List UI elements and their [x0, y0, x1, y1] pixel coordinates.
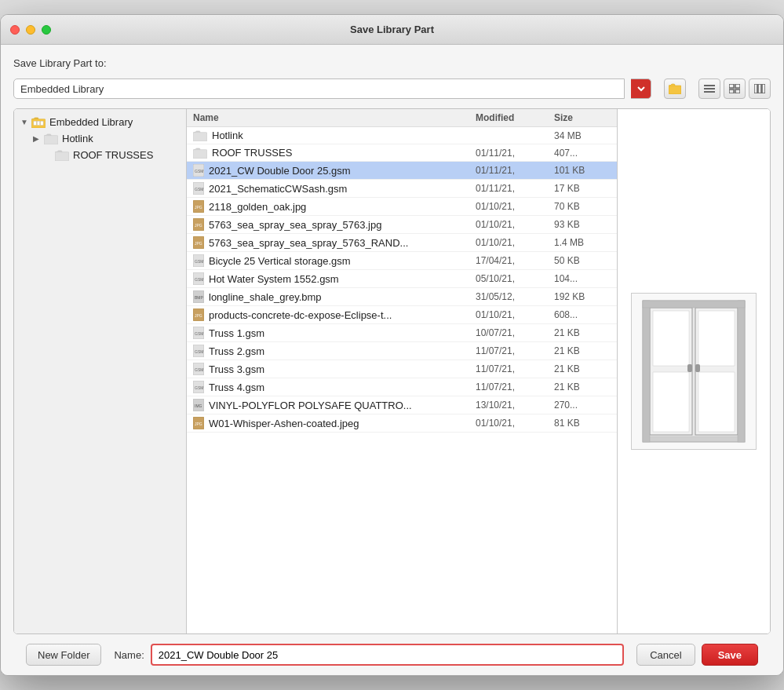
- file-row[interactable]: GSM Truss 2.gsm 11/07/21, 21 KB: [187, 342, 617, 360]
- file-modified: 01/10/21,: [476, 237, 554, 248]
- file-row[interactable]: IMG VINYL-POLYFLOR POLYSAFE QUATTRO... 1…: [187, 396, 617, 414]
- location-select[interactable]: Embedded Library: [13, 78, 625, 99]
- cancel-button[interactable]: Cancel: [636, 644, 695, 666]
- close-button[interactable]: [10, 25, 20, 35]
- file-row[interactable]: ROOF TRUSSES 01/11/21, 407...: [187, 144, 617, 162]
- svg-rect-18: [193, 149, 207, 158]
- jpg-file-icon: JPG: [193, 218, 204, 231]
- svg-rect-13: [37, 121, 40, 125]
- file-modified: 01/10/21,: [476, 201, 554, 212]
- file-row-selected[interactable]: GSM 2021_CW Double Door 25.gsm 01/11/21,…: [187, 162, 617, 180]
- svg-rect-7: [735, 89, 740, 93]
- file-row[interactable]: JPG 2118_golden_oak.jpg 01/10/21, 70 KB: [187, 198, 617, 216]
- file-size: 192 KB: [554, 291, 617, 302]
- svg-rect-17: [193, 132, 207, 141]
- file-row[interactable]: GSM Bicycle 25 Vertical storage.gsm 17/0…: [187, 252, 617, 270]
- file-row[interactable]: Hotlink 34 MB: [187, 127, 617, 144]
- file-row[interactable]: GSM Hot Water System 1552.gsm 05/10/21, …: [187, 270, 617, 288]
- svg-text:JPG: JPG: [195, 422, 202, 426]
- file-size: 21 KB: [554, 345, 617, 356]
- file-modified: 17/04/21,: [476, 255, 554, 266]
- file-name: W01-Whisper-Ashen-coated.jpeg: [209, 418, 359, 429]
- preview-panel: [617, 109, 770, 633]
- svg-text:GSM: GSM: [195, 385, 203, 390]
- svg-rect-53: [653, 311, 689, 366]
- list-view-button[interactable]: [698, 78, 720, 99]
- file-name: Bicycle 25 Vertical storage.gsm: [209, 255, 351, 267]
- file-list[interactable]: Name Modified Size Hotlink 34 MB: [187, 109, 617, 633]
- file-row[interactable]: JPG products-concrete-dc-expose-Eclipse-…: [187, 306, 617, 324]
- svg-rect-56: [698, 372, 735, 432]
- file-size: 21 KB: [554, 327, 617, 338]
- sidebar-item-roof-trusses[interactable]: ROOF TRUSSES: [14, 147, 186, 163]
- file-name: Truss 1.gsm: [209, 327, 264, 339]
- col-header-name: Name: [187, 112, 476, 123]
- svg-rect-55: [698, 311, 735, 366]
- file-name: Truss 2.gsm: [209, 345, 264, 357]
- location-dropdown-button[interactable]: [631, 78, 651, 99]
- file-size: 93 KB: [554, 219, 617, 230]
- file-size: 608...: [554, 309, 617, 320]
- save-button[interactable]: Save: [702, 644, 758, 666]
- file-row[interactable]: JPG 5763_sea_spray_sea_spray_5763_RAND..…: [187, 234, 617, 252]
- svg-text:GSM: GSM: [195, 187, 203, 192]
- file-size: 21 KB: [554, 363, 617, 374]
- new-folder-button[interactable]: New Folder: [26, 644, 101, 666]
- col-header-size: Size: [554, 112, 617, 123]
- hotlink-folder-icon: [44, 133, 58, 144]
- grid-view-icon: [729, 84, 740, 93]
- minimize-button[interactable]: [26, 25, 35, 35]
- file-size: 21 KB: [554, 382, 617, 392]
- file-modified: 31/05/12,: [476, 291, 554, 302]
- file-row[interactable]: BMP longline_shale_grey.bmp 31/05/12, 19…: [187, 288, 617, 306]
- file-modified: 11/07/21,: [476, 345, 554, 356]
- file-modified: 11/07/21,: [476, 382, 554, 392]
- file-row[interactable]: JPG 5763_sea_spray_sea_spray_5763.jpg 01…: [187, 216, 617, 234]
- columns-view-icon: [754, 84, 765, 93]
- file-size: 50 KB: [554, 255, 617, 266]
- door-preview-svg: [639, 297, 749, 446]
- svg-rect-57: [687, 364, 692, 372]
- name-row: Name:: [114, 644, 624, 666]
- file-row[interactable]: GSM 2021_SchematicCWSash.gsm 01/11/21, 1…: [187, 180, 617, 198]
- new-folder-icon-button[interactable]: [664, 78, 686, 99]
- file-row[interactable]: JPG W01-Whisper-Ashen-coated.jpeg 01/10/…: [187, 414, 617, 433]
- file-name: Truss 4.gsm: [209, 382, 264, 393]
- library-folder-icon: [31, 117, 46, 128]
- expand-arrow: ▼: [20, 118, 31, 126]
- sidebar-item-embedded-library[interactable]: ▼ Embedded Library: [14, 114, 186, 130]
- svg-text:GSM: GSM: [195, 169, 203, 173]
- list-view-icon: [704, 84, 715, 93]
- file-modified: 10/07/21,: [476, 327, 554, 338]
- svg-rect-15: [44, 135, 58, 144]
- svg-rect-54: [653, 372, 689, 432]
- svg-rect-14: [41, 121, 44, 125]
- col-header-modified: Modified: [476, 112, 554, 123]
- file-name-input[interactable]: [151, 644, 624, 666]
- file-modified: 01/10/21,: [476, 418, 554, 429]
- folder-icon: [193, 148, 207, 159]
- file-modified: 01/11/21,: [476, 165, 554, 176]
- file-size: 34 MB: [554, 130, 617, 141]
- file-row[interactable]: GSM Truss 1.gsm 10/07/21, 21 KB: [187, 324, 617, 342]
- svg-rect-59: [643, 301, 650, 442]
- maximize-button[interactable]: [42, 25, 51, 35]
- name-label: Name:: [114, 649, 144, 661]
- window-title: Save Library Part: [350, 24, 434, 35]
- svg-text:JPG: JPG: [195, 223, 202, 228]
- file-row[interactable]: GSM Truss 4.gsm 11/07/21, 21 KB: [187, 378, 617, 396]
- sidebar-embedded-library-label: Embedded Library: [49, 116, 133, 128]
- svg-rect-9: [758, 84, 761, 93]
- save-to-row: Save Library Part to:: [13, 57, 771, 69]
- columns-view-button[interactable]: [749, 78, 771, 99]
- svg-rect-4: [729, 84, 734, 88]
- file-row[interactable]: GSM Truss 3.gsm 11/07/21, 21 KB: [187, 360, 617, 378]
- svg-rect-12: [34, 121, 37, 125]
- grid-view-button[interactable]: [724, 78, 746, 99]
- sidebar-item-hotlink[interactable]: ▶ Hotlink: [14, 130, 186, 147]
- file-modified: 01/11/21,: [476, 148, 554, 159]
- file-modified: 01/11/21,: [476, 183, 554, 194]
- svg-rect-3: [704, 91, 715, 93]
- svg-text:IMG: IMG: [195, 403, 202, 408]
- svg-rect-16: [55, 152, 69, 160]
